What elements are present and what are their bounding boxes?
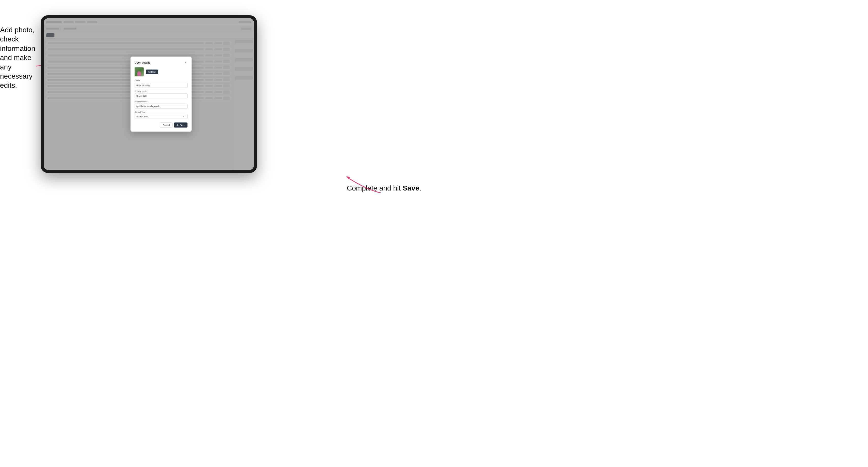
clear-school-year-icon[interactable]: × [183,115,184,118]
user-photo-thumbnail [134,67,144,76]
school-year-input[interactable] [134,114,187,119]
tablet-frame: › [41,15,257,173]
display-name-input[interactable] [134,93,187,98]
modal-header: User details × [134,61,187,64]
right-annotation-bold: Save [403,184,419,192]
name-label: Name [134,80,187,82]
school-year-wrapper: × ⌃ [134,114,187,119]
school-year-label: School Year [134,111,187,113]
email-field-group: Email address [134,100,187,109]
name-input[interactable] [134,83,187,88]
email-label: Email address [134,100,187,103]
right-annotation-text: Complete and hit [347,184,402,192]
photo-section: Upload [134,67,187,76]
photo-person-silhouette [137,71,141,76]
tablet-screen: › [44,18,254,170]
school-year-icons: × ⌃ [183,115,186,118]
left-annotation-text: Add photo, check information and make an… [0,26,35,89]
left-annotation: Add photo, check information and make an… [0,25,36,90]
user-details-modal: User details × Upload Name [130,57,192,132]
display-name-label: Display name [134,90,187,92]
name-field-group: Name [134,80,187,88]
upload-button[interactable]: Upload [146,70,158,74]
svg-marker-1 [346,176,350,179]
right-annotation: Complete and hit Save. [347,184,421,193]
modal-title: User details [134,61,150,64]
right-annotation-end: . [419,184,421,192]
modal-close-button[interactable]: × [184,61,187,64]
modal-overlay: User details × Upload Name [44,18,254,170]
save-button[interactable]: Save [174,123,187,128]
email-input[interactable] [134,104,187,109]
save-icon [177,124,179,126]
school-year-field-group: School Year × ⌃ [134,111,187,119]
chevron-down-icon[interactable]: ⌃ [185,116,186,118]
display-name-field-group: Display name [134,90,187,98]
app-background: › [44,18,254,170]
modal-footer: Cancel Save [134,123,187,128]
save-label: Save [180,124,185,126]
cancel-button[interactable]: Cancel [160,123,173,128]
